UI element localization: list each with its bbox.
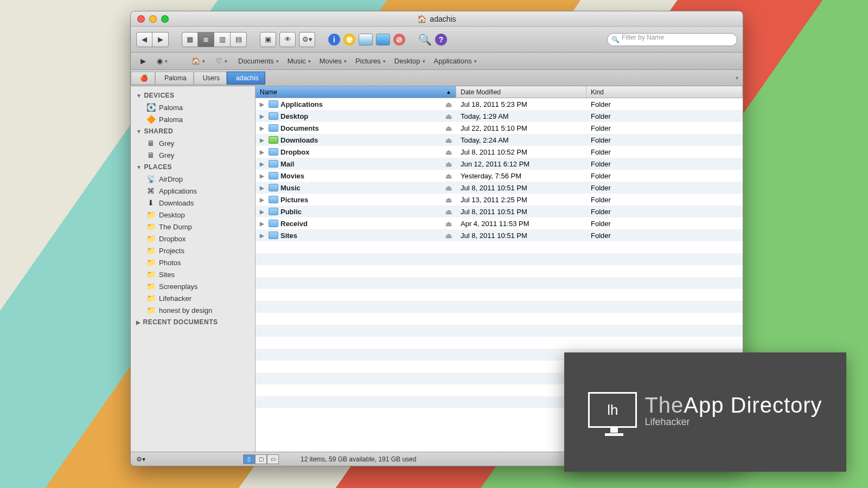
burn-icon[interactable]: ☢	[343, 34, 355, 46]
action-button[interactable]: ⚙▾	[299, 32, 315, 47]
place-the-dump[interactable]: 📁The Dump	[131, 221, 255, 233]
disclosure-icon[interactable]: ▶	[260, 221, 265, 227]
minimize-button[interactable]	[149, 15, 157, 23]
col-date[interactable]: Date Modified	[456, 86, 586, 98]
place-airdrop[interactable]: 📡AirDrop	[131, 173, 255, 185]
file-row[interactable]: ▶Receivd⏏Apr 4, 2011 11:53 PMFolder	[256, 217, 743, 229]
folder-icon	[269, 208, 278, 215]
empty-row	[256, 253, 743, 265]
place-dropbox[interactable]: 📁Dropbox	[131, 233, 255, 245]
place-lifehacker[interactable]: 📁Lifehacker	[131, 292, 255, 304]
file-row[interactable]: ▶Movies⏏Yesterday, 7:56 PMFolder	[256, 170, 743, 182]
place-honest-by-design[interactable]: 📁honest by design	[131, 304, 255, 316]
fav-documents[interactable]: Documents▾	[234, 55, 283, 68]
layout-3[interactable]: ▭	[267, 454, 279, 464]
search-icon[interactable]: 🔍	[418, 33, 432, 46]
file-row[interactable]: ▶Applications⏏Jul 18, 2011 5:23 PMFolder	[256, 98, 743, 110]
place-desktop[interactable]: 📁Desktop	[131, 209, 255, 221]
disclosure-icon[interactable]: ▶	[260, 173, 265, 179]
disclosure-icon[interactable]: ▶	[260, 149, 265, 155]
crumb-adachis[interactable]: adachis	[227, 72, 265, 85]
file-kind: Folder	[586, 160, 743, 168]
device-paloma[interactable]: 🔶Paloma	[131, 113, 255, 125]
status-gear[interactable]: ⚙▾	[136, 455, 145, 463]
file-row[interactable]: ▶Dropbox⏏Jul 8, 2011 10:52 PMFolder	[256, 146, 743, 158]
forward-button[interactable]: ▶	[152, 32, 169, 47]
fav-applications[interactable]: Applications▾	[430, 55, 481, 68]
col-name[interactable]: Name▲	[256, 86, 456, 98]
quicklook-button[interactable]: 👁	[279, 32, 296, 47]
column-view-button[interactable]: ▥	[214, 32, 231, 47]
fav-movies[interactable]: Movies▾	[315, 55, 351, 68]
search-field[interactable]: 🔍 Filter by Name	[607, 33, 737, 46]
disclosure-icon[interactable]: ▶	[260, 101, 265, 107]
traffic-lights	[131, 15, 169, 23]
disclosure-icon[interactable]: ▶	[260, 137, 265, 143]
titlebar[interactable]: 🏠 adachis	[131, 11, 743, 27]
file-row[interactable]: ▶Sites⏏Jul 8, 2011 10:51 PMFolder	[256, 229, 743, 241]
file-kind: Folder	[586, 148, 743, 156]
place-projects[interactable]: 📁Projects	[131, 245, 255, 256]
eject-icon: ⏏	[445, 208, 452, 216]
crumb-paloma[interactable]: Paloma	[155, 72, 194, 85]
path-root[interactable]: 🍎	[131, 72, 155, 85]
idisk-icon[interactable]	[359, 34, 373, 46]
list-view-button[interactable]: ≣	[198, 32, 214, 47]
shared-grey[interactable]: 🖥Grey	[131, 149, 255, 161]
fav-music[interactable]: Music▾	[283, 55, 315, 68]
file-kind: Folder	[586, 112, 743, 120]
file-row[interactable]: ▶Downloads⏏Today, 2:24 AMFolder	[256, 134, 743, 146]
place-sites[interactable]: 📁Sites	[131, 268, 255, 280]
col-kind[interactable]: Kind	[586, 86, 743, 98]
path-menu[interactable]: ▾	[736, 75, 743, 81]
close-button[interactable]	[137, 15, 145, 23]
disclosure-icon[interactable]: ▶	[260, 161, 265, 167]
place-downloads[interactable]: ⬇Downloads	[131, 197, 255, 209]
disclosure-icon[interactable]: ▶	[260, 113, 265, 119]
sidebar-section-places[interactable]: ▼PLACES	[131, 161, 255, 173]
file-row[interactable]: ▶Mail⏏Jun 12, 2011 6:12 PMFolder	[256, 158, 743, 170]
folder-icon: 📁	[146, 294, 156, 303]
sidebar-section-recent[interactable]: ▶RECENT DOCUMENTS	[131, 316, 255, 328]
fav-desktop[interactable]: Desktop▾	[390, 55, 430, 68]
connect-icon[interactable]	[376, 34, 390, 46]
fav-recent[interactable]: ◉▾	[152, 55, 172, 68]
shared-grey[interactable]: 🖥Grey	[131, 137, 255, 149]
sidebar-section-devices[interactable]: ▼DEVICES	[131, 89, 255, 101]
back-button[interactable]: ◀	[136, 32, 152, 47]
place-screenplays[interactable]: 📁Screenplays	[131, 280, 255, 292]
disclosure-icon[interactable]: ▶	[260, 209, 265, 215]
file-row[interactable]: ▶Public⏏Jul 8, 2011 10:51 PMFolder	[256, 206, 743, 217]
arrange-button[interactable]: ▣	[260, 32, 276, 47]
zoom-button[interactable]	[161, 15, 169, 23]
disclosure-icon[interactable]: ▶	[260, 197, 265, 203]
fav-pictures[interactable]: Pictures▾	[351, 55, 390, 68]
place-photos[interactable]: 📁Photos	[131, 256, 255, 268]
icon-view-button[interactable]: ▦	[182, 32, 198, 47]
crumb-users[interactable]: Users	[194, 72, 227, 85]
disclosure-icon[interactable]: ▶	[260, 233, 265, 239]
eject-icon: ⏏	[445, 220, 452, 228]
eject-icon[interactable]: ⊘	[393, 34, 405, 46]
help-icon[interactable]: ?	[435, 34, 447, 46]
coverflow-view-button[interactable]: ▤	[231, 32, 247, 47]
layout-1[interactable]: ▯	[243, 454, 255, 464]
file-row[interactable]: ▶Documents⏏Jul 22, 2011 5:10 PMFolder	[256, 122, 743, 134]
file-name: Dropbox	[280, 148, 309, 156]
file-row[interactable]: ▶Pictures⏏Jul 13, 2011 2:25 PMFolder	[256, 194, 743, 206]
device-paloma[interactable]: 💽Paloma	[131, 101, 255, 113]
place-applications[interactable]: ⌘Applications	[131, 185, 255, 197]
file-row[interactable]: ▶Music⏏Jul 8, 2011 10:51 PMFolder	[256, 182, 743, 194]
folder-icon	[269, 148, 278, 156]
fav-home[interactable]: 🏠▾	[187, 55, 209, 68]
empty-row	[256, 265, 743, 277]
disclosure-icon[interactable]: ▶	[260, 125, 265, 131]
info-icon[interactable]: i	[328, 34, 340, 46]
disclosure-icon[interactable]: ▶	[260, 185, 265, 191]
layout-2[interactable]: ▢	[255, 454, 267, 464]
fav-heart[interactable]: ♡▾	[212, 55, 232, 68]
file-row[interactable]: ▶Desktop⏏Today, 1:29 AMFolder	[256, 110, 743, 122]
fav-back[interactable]: ▶	[136, 55, 150, 68]
sidebar-section-shared[interactable]: ▼SHARED	[131, 125, 255, 137]
badge-prefix: The	[644, 393, 684, 417]
